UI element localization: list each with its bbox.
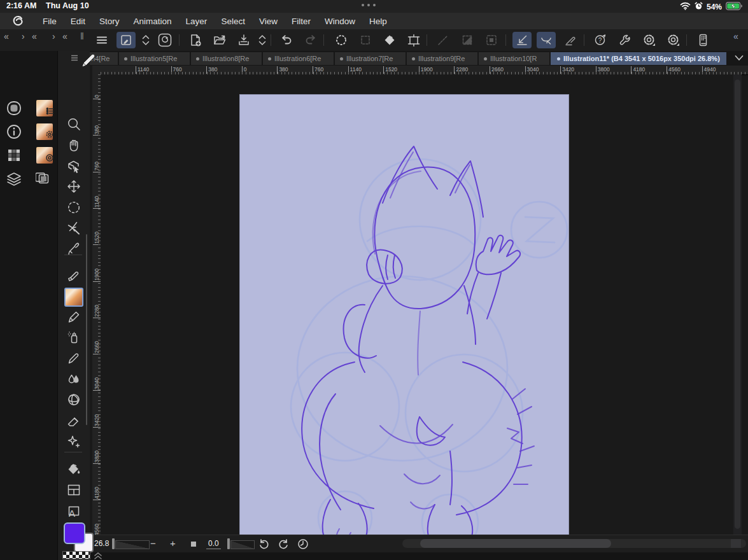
eraser-tool[interactable] xyxy=(62,411,86,430)
vertical-scrollbar-thumb[interactable] xyxy=(735,80,740,529)
selection-area-tool[interactable] xyxy=(62,198,86,217)
rotate-left-button[interactable] xyxy=(258,538,270,552)
tab-inactive[interactable]: Illustration8[Re xyxy=(191,52,262,65)
modifier-settings-button[interactable] xyxy=(664,32,683,48)
transparent-color-swatch[interactable] xyxy=(62,551,90,559)
reset-rotation-button[interactable] xyxy=(297,538,309,552)
document-canvas[interactable] xyxy=(240,95,568,536)
collapse-arrows-2-button[interactable] xyxy=(253,32,272,48)
register-edit-button[interactable] xyxy=(116,32,136,48)
brush-tool[interactable] xyxy=(62,349,86,368)
fill-tool[interactable] xyxy=(62,459,86,479)
tool-settings-button[interactable] xyxy=(615,32,634,48)
tab-inactive[interactable]: Illustration6[Re xyxy=(263,52,334,65)
clip-studio-logo-icon[interactable] xyxy=(9,14,27,31)
zoom-out-button[interactable]: − xyxy=(150,538,156,549)
menu-filter[interactable]: Filter xyxy=(285,17,318,26)
menu-story[interactable]: Story xyxy=(92,17,127,26)
eyedropper-tool[interactable] xyxy=(62,239,86,258)
new-canvas-button[interactable] xyxy=(186,32,205,48)
edge-keyboard-button[interactable] xyxy=(693,32,712,48)
snap-to-grid-button[interactable] xyxy=(561,32,580,48)
redo-button[interactable] xyxy=(301,32,320,48)
menu-layer[interactable]: Layer xyxy=(179,17,215,26)
expand-panel-chevrons-icon[interactable] xyxy=(93,551,103,560)
expand-dock2-icon[interactable]: › xyxy=(52,31,55,41)
clear-fill-button[interactable] xyxy=(380,32,399,48)
preferences-button[interactable] xyxy=(640,32,659,48)
subview-thumbnail-3[interactable] xyxy=(36,147,53,164)
auto-select-tool[interactable] xyxy=(62,218,86,237)
menu-window[interactable]: Window xyxy=(318,17,362,26)
move-layer-tool[interactable] xyxy=(62,177,86,196)
zoom-slider-track[interactable] xyxy=(115,540,150,549)
expand-dock-icon[interactable]: › xyxy=(22,31,25,41)
clip-studio-app-button[interactable] xyxy=(155,32,174,48)
snap-to-ruler-button[interactable] xyxy=(512,32,532,48)
tab-active[interactable]: Illustration11* (B4 3541 x 5016px 350dpi… xyxy=(551,52,726,65)
quick-access-palette-button[interactable] xyxy=(6,100,22,116)
tab-inactive[interactable]: Illustration9[Re xyxy=(407,52,477,65)
tool-strip-scrollbar[interactable] xyxy=(86,234,87,425)
object-tool[interactable] xyxy=(62,157,86,176)
menu-select[interactable]: Select xyxy=(214,17,252,26)
rotate-slider-handle[interactable] xyxy=(227,538,230,549)
save-export-button[interactable] xyxy=(234,32,253,48)
rotate-right-button[interactable] xyxy=(278,538,289,552)
tab-inactive[interactable]: Illustration5[Re xyxy=(119,52,190,65)
unsaved-indicator-dot xyxy=(412,57,415,60)
page-manager-button[interactable] xyxy=(36,171,52,187)
crop-canvas-button[interactable] xyxy=(404,32,423,48)
open-file-button[interactable] xyxy=(210,32,229,48)
hand-tool[interactable] xyxy=(62,136,86,155)
zoom-slider-handle[interactable] xyxy=(112,538,115,549)
help-button[interactable]: ? xyxy=(591,32,610,48)
selection-visibility-button[interactable] xyxy=(482,32,501,48)
fit-to-screen-button[interactable] xyxy=(191,542,196,547)
undo-button[interactable] xyxy=(277,32,296,48)
liquify-tool[interactable] xyxy=(62,390,86,409)
decoration-tool[interactable] xyxy=(62,432,86,451)
layer-palette-button[interactable] xyxy=(6,171,22,187)
tool-strip-menu-icon[interactable] xyxy=(70,53,79,64)
frame-border-tool[interactable] xyxy=(62,480,86,500)
primary-color-swatch[interactable] xyxy=(64,522,85,544)
text-tool[interactable]: A xyxy=(69,508,75,519)
blend-tool[interactable] xyxy=(62,370,86,389)
subview-thumbnail-2[interactable] xyxy=(36,123,53,140)
ruler-visibility-button[interactable] xyxy=(434,32,453,48)
collapse-dock-icon[interactable]: « xyxy=(4,31,9,41)
horizontal-scrollbar-thumb[interactable] xyxy=(420,539,611,548)
menu-animation[interactable]: Animation xyxy=(127,17,179,26)
menu-file[interactable]: File xyxy=(36,17,64,26)
collapse-toolbar-icon[interactable]: « xyxy=(733,31,738,41)
zoom-in-button[interactable]: + xyxy=(170,538,176,549)
tab-inactive[interactable]: Illustration7[Re xyxy=(335,52,406,65)
marker-tool[interactable] xyxy=(62,266,86,285)
tab-overflow-chevron-icon[interactable] xyxy=(734,53,744,65)
battery-charging-icon xyxy=(726,1,743,13)
edit-pencil-icon[interactable] xyxy=(80,52,97,71)
menu-view[interactable]: View xyxy=(252,17,285,26)
custom-brush-tool-selected[interactable] xyxy=(64,288,83,307)
drag-handle-icon[interactable]: ‖ xyxy=(80,31,84,41)
information-palette-button[interactable] xyxy=(6,123,22,140)
deselect-button[interactable] xyxy=(356,32,375,48)
main-menu-button[interactable] xyxy=(92,32,111,48)
subview-thumbnail-1[interactable] xyxy=(36,100,53,116)
collapse-dock3-icon[interactable]: « xyxy=(62,31,67,41)
menu-help[interactable]: Help xyxy=(362,17,394,26)
vertical-scrollbar-track[interactable] xyxy=(733,74,742,536)
tab-inactive[interactable]: Illustration10[R xyxy=(479,52,549,65)
rotate-slider-track[interactable] xyxy=(230,540,255,549)
zoom-tool[interactable] xyxy=(62,115,86,134)
collapse-dock2-icon[interactable]: « xyxy=(32,31,37,41)
mask-visibility-button[interactable] xyxy=(458,32,477,48)
snap-to-special-ruler-button[interactable] xyxy=(537,32,556,48)
canvas-artwork[interactable] xyxy=(240,95,568,536)
collapse-arrows-button[interactable] xyxy=(136,32,155,48)
menu-edit[interactable]: Edit xyxy=(64,17,92,26)
color-set-palette-button[interactable] xyxy=(6,147,22,164)
airbrush-tool[interactable] xyxy=(62,328,86,347)
pen-tool[interactable] xyxy=(62,307,86,326)
